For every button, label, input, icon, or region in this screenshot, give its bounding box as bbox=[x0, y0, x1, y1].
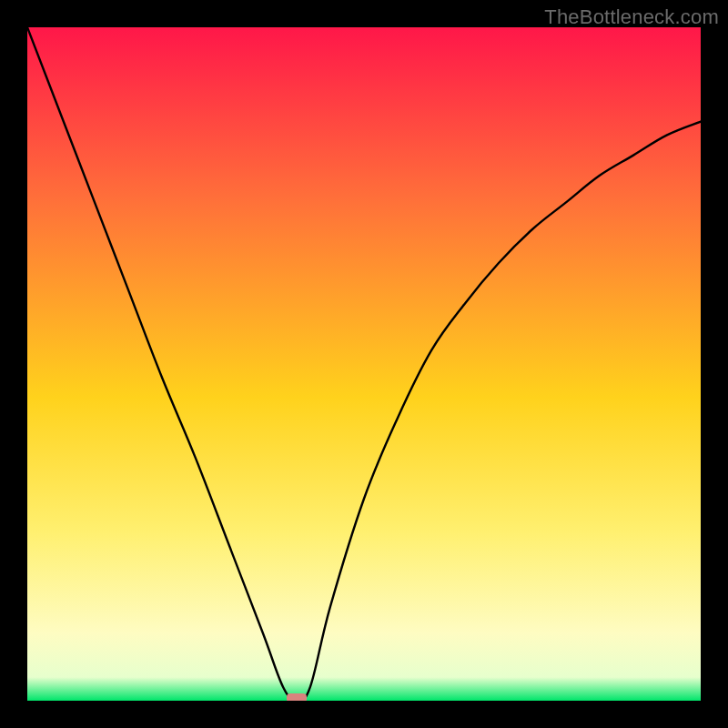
plot-area bbox=[27, 27, 701, 701]
chart-svg bbox=[27, 27, 701, 701]
gradient-background bbox=[27, 27, 701, 701]
chart-frame: TheBottleneck.com bbox=[0, 0, 728, 728]
min-marker bbox=[287, 693, 307, 701]
watermark-text: TheBottleneck.com bbox=[544, 5, 719, 29]
